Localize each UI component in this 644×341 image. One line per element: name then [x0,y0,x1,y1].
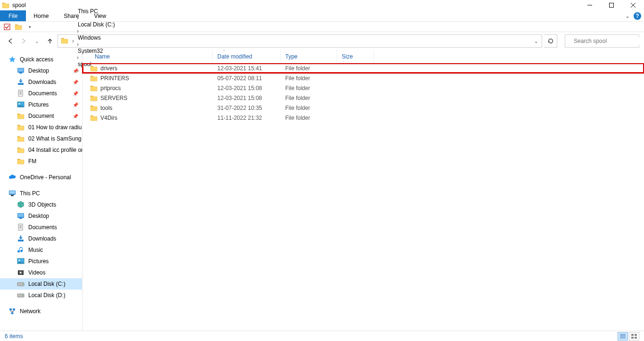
sidebar-item[interactable]: 3D Objects [0,199,82,210]
svg-rect-21 [631,334,634,336]
sidebar-item[interactable]: Document📌 [0,110,82,122]
sidebar-item-label: Document [28,113,54,119]
qat-properties-icon[interactable] [3,23,11,31]
chevron-right-icon[interactable]: › [76,28,80,34]
sidebar-item[interactable]: FM [0,156,82,167]
tab-view[interactable]: View [86,10,114,21]
sidebar-item[interactable]: Desktop [0,210,82,222]
status-text: 6 items [5,333,23,340]
sidebar-item[interactable]: Local Disk (C:) [0,278,82,290]
pictures-icon [17,101,25,108]
column-type[interactable]: Type [281,50,337,63]
pictures-icon [17,258,25,265]
sidebar-item[interactable]: Pictures [0,256,82,267]
file-date: 05-07-2022 08:11 [213,75,281,82]
file-row[interactable]: SERVERS12-03-2021 15:08File folder [83,93,644,103]
sidebar-item-label: Desktop [28,213,49,219]
column-header: Name ˄ Date modified Type Size [83,50,644,63]
documents-icon [17,224,25,231]
sidebar-item[interactable]: Pictures📌 [0,99,82,110]
chevron-right-icon[interactable]: › [76,41,80,48]
file-type: File folder [281,85,337,91]
folder-icon [17,135,25,142]
svg-rect-24 [635,337,637,339]
chevron-right-icon[interactable]: › [71,38,75,44]
sidebar-item[interactable]: Music [0,244,82,256]
sidebar-item[interactable]: 02 What is SamSung c [0,133,82,144]
sidebar-item[interactable]: Documents [0,222,82,233]
search-box[interactable] [565,34,639,48]
file-row[interactable]: tools31-07-2022 10:35File folder [83,103,644,113]
breadcrumb[interactable]: Windows [76,34,117,41]
sidebar-item[interactable]: 01 How to draw radius [0,122,82,133]
pin-icon: 📌 [73,80,78,85]
sidebar-item-label: 3D Objects [28,201,56,208]
breadcrumb[interactable]: Local Disk (C:) [76,21,117,28]
sidebar-item[interactable]: Downloads📌 [0,76,82,88]
sidebar-item-label: Desktop [28,67,49,74]
sidebar-item-label: Downloads [28,79,56,85]
maximize-button[interactable] [601,0,622,10]
tab-file[interactable]: File [0,10,26,21]
column-name[interactable]: Name [90,50,213,63]
nav-recent-dropdown[interactable]: ⌄ [31,35,42,47]
file-row[interactable]: drivers12-03-2021 15:41File folder [83,63,644,73]
sidebar-quick-access[interactable]: Quick access [0,54,82,65]
sidebar-item-label: Videos [28,269,45,276]
column-size[interactable]: Size [337,50,374,63]
documents-icon [17,90,25,97]
videos-icon [17,269,25,276]
qat-newfolder-icon[interactable] [14,23,23,31]
view-large-button[interactable] [629,332,639,341]
pin-icon: 📌 [73,102,78,108]
sidebar-item[interactable]: 04 Install icc profile on [0,144,82,156]
file-date: 12-03-2021 15:08 [213,85,281,91]
tab-home[interactable]: Home [26,10,56,21]
sidebar-item-label: Local Disk (C:) [28,281,66,287]
help-icon[interactable]: ? [634,12,641,20]
sidebar-item-label: Documents [28,224,57,231]
file-date: 12-03-2021 15:41 [213,65,281,72]
sidebar-item[interactable]: Desktop📌 [0,65,82,76]
folder-icon [17,112,25,120]
nav-back-button[interactable] [5,35,16,47]
network-icon [8,308,16,315]
close-button[interactable] [622,0,644,10]
file-row[interactable]: V4Dirs11-11-2022 21:32File folder [83,113,644,123]
sidebar-item[interactable]: Videos [0,267,82,278]
refresh-button[interactable] [544,34,557,48]
address-dropdown-icon[interactable]: ⌄ [530,39,542,44]
downloads-icon [17,78,25,86]
qat-dropdown-icon[interactable]: ▾ [25,23,34,31]
sidebar-network[interactable]: Network [0,306,82,317]
svg-rect-23 [631,337,634,339]
sidebar-item-label: 04 Install icc profile on [28,147,83,153]
sidebar-onedrive[interactable]: OneDrive - Personal [0,172,82,183]
nav-forward-button[interactable] [18,35,29,47]
nav-sidebar: Quick access Desktop📌Downloads📌Documents… [0,50,83,331]
folder-icon [90,94,98,102]
file-row[interactable]: PRINTERS05-07-2022 08:11File folder [83,73,644,83]
file-type: File folder [281,65,337,72]
pin-icon: 📌 [73,91,78,96]
sidebar-item[interactable]: Local Disk (D:) [0,290,82,301]
svg-rect-20 [610,3,614,8]
tab-share[interactable]: Share [56,10,86,21]
folder-icon [17,146,25,154]
ribbon-expand-icon[interactable]: ⌄ [625,13,630,19]
sidebar-label: OneDrive - Personal [20,174,71,181]
music-icon [17,246,25,254]
sidebar-item[interactable]: Downloads [0,233,82,244]
address-bar[interactable]: › This PC›Local Disk (C:)›Windows›System… [58,34,542,48]
search-input[interactable] [573,37,644,45]
minimize-button[interactable] [579,0,601,10]
sidebar-item-label: Pictures [28,258,49,265]
view-details-button[interactable] [618,332,628,341]
file-row[interactable]: prtprocs12-03-2021 15:08File folder [83,83,644,93]
status-bar: 6 items [0,331,644,341]
nav-up-button[interactable] [44,35,56,47]
sidebar-item[interactable]: Documents📌 [0,88,82,99]
sidebar-item-label: Music [28,247,43,253]
sidebar-this-pc[interactable]: This PC [0,188,82,199]
file-name: prtprocs [100,85,121,91]
